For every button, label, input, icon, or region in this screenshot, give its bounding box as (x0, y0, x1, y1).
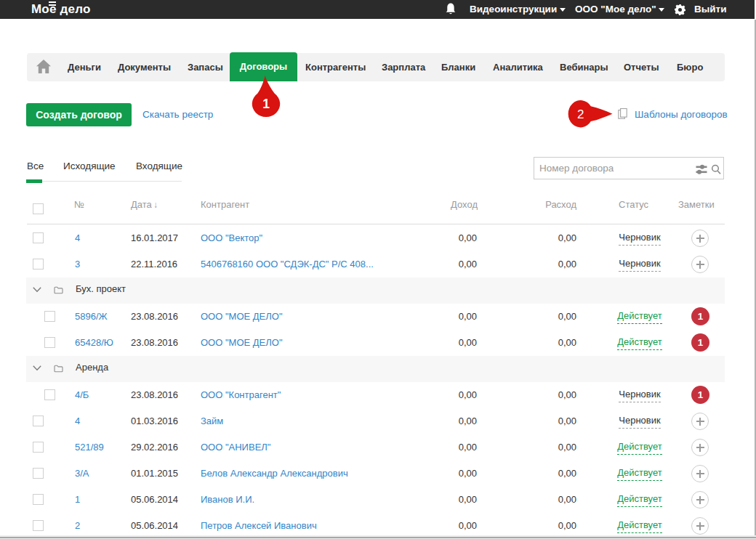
svg-text:2: 2 (577, 107, 584, 121)
svg-text:1: 1 (262, 97, 270, 111)
